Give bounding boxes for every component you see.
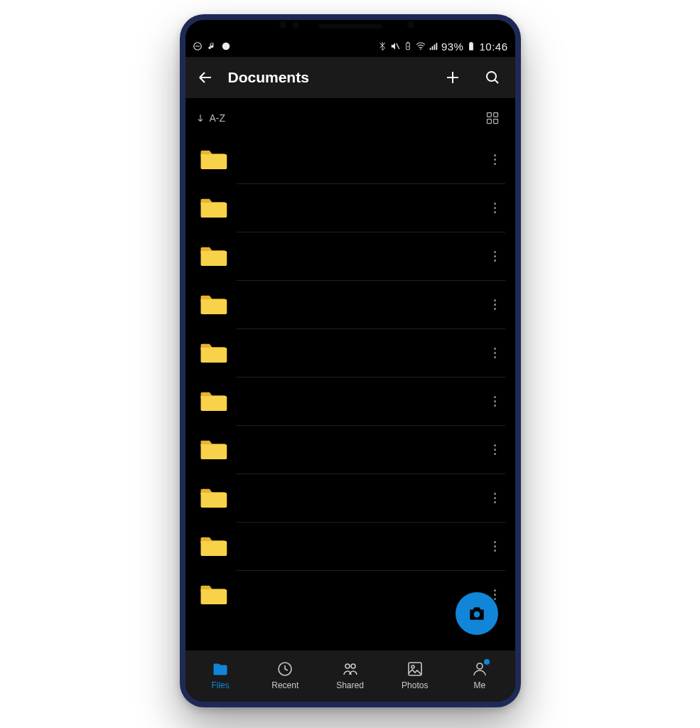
- mute-icon: [390, 41, 400, 51]
- folder-icon: [198, 193, 228, 223]
- search-icon: [484, 69, 501, 86]
- nav-label: Files: [211, 680, 229, 690]
- svg-point-19: [473, 611, 480, 618]
- folder-icon: [198, 386, 228, 416]
- nav-photos[interactable]: Photos: [382, 660, 447, 691]
- sort-label: A-Z: [210, 112, 226, 124]
- more-button[interactable]: [481, 145, 510, 173]
- add-button[interactable]: [436, 60, 470, 95]
- sort-row: A-Z: [185, 98, 515, 135]
- more-button[interactable]: [481, 193, 510, 222]
- folder-row[interactable]: [185, 328, 515, 377]
- folder-row[interactable]: [185, 425, 515, 473]
- bottom-nav: Files Recent Shared Photos Me: [185, 651, 515, 702]
- page-title: Documents: [228, 69, 430, 86]
- battery-icon: [466, 41, 476, 51]
- plus-icon: [444, 69, 461, 86]
- view-toggle-button[interactable]: [480, 105, 505, 131]
- folder-row[interactable]: [185, 377, 515, 425]
- nav-shared[interactable]: Shared: [318, 660, 382, 691]
- more-button[interactable]: [481, 242, 510, 270]
- nav-label: Shared: [336, 680, 364, 690]
- folder-row[interactable]: [185, 232, 515, 280]
- more-button[interactable]: [481, 532, 510, 560]
- arrow-left-icon: [197, 69, 214, 86]
- svg-rect-10: [434, 45, 436, 50]
- grid-icon: [485, 111, 500, 125]
- svg-rect-18: [493, 119, 497, 124]
- folder-icon: [198, 338, 228, 368]
- nav-recent[interactable]: Recent: [253, 660, 318, 691]
- more-button[interactable]: [481, 338, 510, 367]
- status-bar: + 93% 10:46: [185, 36, 515, 57]
- folder-icon: [198, 434, 228, 464]
- files-icon: [212, 660, 229, 678]
- dnd-icon: [193, 41, 203, 51]
- music-icon: [207, 41, 217, 51]
- back-button[interactable]: [188, 60, 222, 95]
- signal-icon: [429, 41, 438, 51]
- nav-label: Photos: [402, 680, 428, 690]
- nav-files[interactable]: Files: [188, 660, 253, 691]
- clock: 10:46: [479, 41, 507, 53]
- shared-icon: [342, 660, 359, 678]
- more-button[interactable]: [481, 483, 510, 512]
- folder-icon: [198, 241, 228, 271]
- phone-frame: + 93% 10:46 Documents: [180, 14, 521, 707]
- bluetooth-icon: [377, 41, 387, 51]
- svg-rect-9: [432, 46, 434, 50]
- notification-dot: [484, 659, 490, 665]
- folder-icon: [198, 579, 228, 609]
- me-icon: [471, 660, 488, 678]
- battery-percent: 93%: [441, 41, 464, 53]
- battery-saver-icon: +: [403, 41, 413, 51]
- svg-point-22: [351, 664, 355, 668]
- folder-row[interactable]: [185, 135, 515, 183]
- folder-row[interactable]: [185, 183, 515, 232]
- svg-point-21: [345, 664, 350, 668]
- arrow-down-icon: [195, 113, 205, 123]
- photos-icon: [406, 660, 424, 678]
- search-button[interactable]: [475, 60, 510, 95]
- svg-rect-13: [470, 42, 473, 43]
- status-right: + 93% 10:46: [377, 41, 508, 53]
- folder-icon: [198, 531, 228, 561]
- wifi-icon: [416, 41, 426, 51]
- more-button[interactable]: [481, 387, 510, 415]
- scan-fab[interactable]: [456, 592, 498, 635]
- svg-rect-11: [436, 43, 437, 50]
- folder-list[interactable]: [185, 135, 515, 651]
- svg-point-25: [477, 663, 483, 669]
- svg-rect-15: [487, 113, 491, 117]
- svg-line-3: [397, 43, 399, 49]
- status-left: [193, 41, 231, 51]
- recent-icon: [276, 660, 294, 678]
- svg-point-7: [420, 48, 421, 50]
- app-header: Documents: [185, 57, 515, 98]
- screen: + 93% 10:46 Documents: [185, 20, 515, 702]
- svg-rect-12: [470, 43, 474, 50]
- svg-text:+: +: [407, 45, 409, 48]
- nav-label: Recent: [271, 680, 298, 690]
- svg-rect-16: [493, 113, 497, 117]
- svg-point-14: [487, 72, 496, 81]
- sort-button[interactable]: A-Z: [195, 112, 226, 124]
- nav-me[interactable]: Me: [447, 660, 512, 691]
- folder-icon: [198, 483, 228, 513]
- folder-row[interactable]: [185, 280, 515, 328]
- folder-icon: [198, 289, 228, 319]
- svg-rect-17: [487, 119, 491, 124]
- svg-rect-8: [430, 48, 431, 50]
- folder-icon: [198, 144, 228, 174]
- nav-label: Me: [474, 680, 486, 690]
- camera-icon: [468, 604, 486, 623]
- svg-point-24: [411, 665, 414, 668]
- svg-point-2: [222, 43, 230, 50]
- folder-row[interactable]: [185, 522, 515, 570]
- folder-row[interactable]: [185, 473, 515, 522]
- svg-rect-5: [407, 42, 409, 43]
- more-button[interactable]: [481, 435, 510, 464]
- spotify-icon: [221, 41, 231, 51]
- more-button[interactable]: [481, 290, 510, 318]
